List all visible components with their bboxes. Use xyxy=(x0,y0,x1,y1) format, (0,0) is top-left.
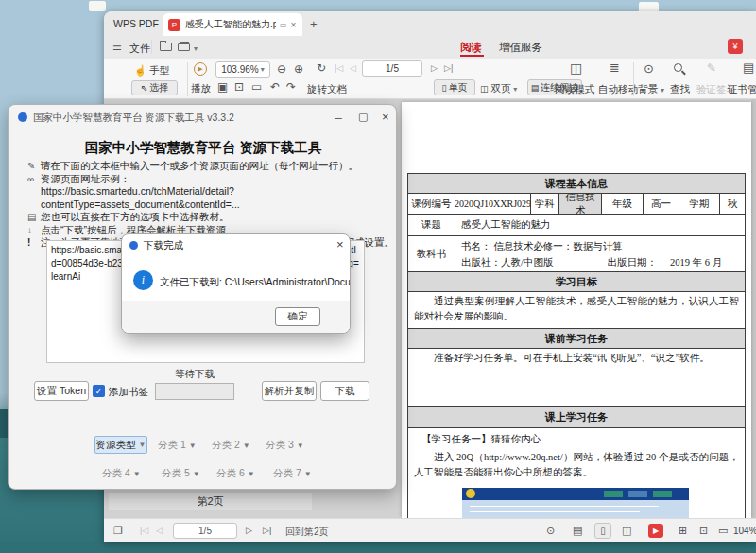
print-dropdown-icon[interactable]: ▾ xyxy=(194,44,198,53)
find-icon[interactable] xyxy=(674,63,682,72)
table-row-goal: 通过典型案例理解人工智能技术，感受人工智能的魅力，认识人工智能对社会发展的影响。 xyxy=(408,292,745,329)
bookmark-checkbox[interactable]: ✓ xyxy=(93,385,105,397)
zoom-in-icon[interactable]: ⊕ xyxy=(294,63,303,75)
document-tab-title: 感受人工智能的魅力.pdf xyxy=(185,18,276,31)
read-mode-icon[interactable]: ◫ xyxy=(570,61,582,75)
sidebar-toggle-icon[interactable]: ❐ xyxy=(113,526,123,536)
wps-statusbar: ❐ |◁ ◁ 1/5 ▷ ▷| 回到第2页 ⊙ ▤ ▯ ◫ ▶ ⊞ ⊡ ▭ 10… xyxy=(104,518,756,542)
page-number-input[interactable]: 1/5 xyxy=(362,60,422,77)
book-name: 书名： 信息技术必修一：数据与计算 xyxy=(461,238,739,254)
single-page-button[interactable]: ▯单页 xyxy=(434,79,475,95)
course-table: 课程基本信息 课例编号 2020QJ10XXRJ029 学科 信息技术 年级 高… xyxy=(407,173,746,518)
redo-rotate-icon[interactable]: ↷ xyxy=(286,81,296,93)
status-first-page-icon[interactable]: |◁ xyxy=(140,527,148,535)
status-next-page-icon[interactable]: ▷ xyxy=(246,527,252,535)
status-eye-icon[interactable]: ⊙ xyxy=(546,526,555,536)
fit-width-icon[interactable]: ▭ xyxy=(251,81,262,93)
tab-float-icon[interactable]: ▭ xyxy=(280,21,287,29)
embedded-website-screenshot xyxy=(462,488,689,518)
tool-maximize-button[interactable]: ▢ xyxy=(358,112,368,122)
url-example-line2: contentType=assets_document&contentId=..… xyxy=(41,199,240,210)
status-fit-page-icon[interactable]: ⊡ xyxy=(699,526,708,536)
background-button[interactable]: 背景 ▾ xyxy=(638,83,664,96)
instruction-line: 您也可以直接在下方的选项卡中选择教材。 xyxy=(41,211,230,222)
print-icon[interactable] xyxy=(178,43,190,51)
status-continuous-icon[interactable]: ▤ xyxy=(573,526,582,536)
tab-close-icon[interactable]: × xyxy=(291,20,297,30)
category-1-select[interactable]: 分类 1 ▼ xyxy=(158,439,197,452)
pre-text: 准备好学习任务单。可在手机上安装“讯飞听见”、“识之”软件。 xyxy=(408,349,715,368)
cell-id-label: 课例编号 xyxy=(408,194,455,214)
screen: WPS PDF P 感受人工智能的魅力.pdf ▭ × + ☰ 文件 ▾ 阅读 … xyxy=(0,0,756,553)
double-page-button[interactable]: ◫ 双页 ▾ xyxy=(480,82,517,95)
ribbon-tab-vas[interactable]: 增值服务 xyxy=(499,41,542,55)
menu-divider xyxy=(151,40,152,54)
desktop-file-icon[interactable] xyxy=(89,1,106,11)
category-4-select[interactable]: 分类 4 ▼ xyxy=(102,467,141,480)
wps-brand[interactable]: WPS PDF xyxy=(113,18,159,29)
auto-move-icon[interactable]: ≣ xyxy=(610,61,620,74)
url-fragment: https://basic.smart xyxy=(51,245,128,255)
background-eye-icon[interactable]: ⊙ xyxy=(644,62,654,75)
zoom-combo[interactable]: 103.96%▾ xyxy=(215,61,270,78)
reading-toolbar: ☝ 手型 ⇖选择 ▶ 播放 103.96%▾ ⊖ ⊕ ↻ ▣ ⊡ ▭ ↶ ↷ 旋… xyxy=(104,59,756,99)
play-label[interactable]: 播放 xyxy=(191,82,211,95)
next-page-icon[interactable]: ▷ xyxy=(431,64,438,73)
last-page-icon[interactable]: ▷| xyxy=(444,64,453,73)
select-cursor-icon: ⇖ xyxy=(141,83,148,93)
find-label[interactable]: 查找 xyxy=(670,83,690,96)
status-prev-page-icon[interactable]: ◁ xyxy=(156,527,163,535)
set-token-button[interactable]: 设置 Token xyxy=(34,381,89,401)
status-single-page-icon[interactable]: ▯ xyxy=(594,523,611,539)
ribbon-tab-reading[interactable]: 阅读 xyxy=(460,41,482,55)
resource-type-select[interactable]: 资源类型▼ xyxy=(94,436,147,454)
prev-page-icon[interactable]: ◁ xyxy=(350,64,356,73)
select-tool[interactable]: ⇖选择 xyxy=(131,80,178,95)
dialog-close-icon[interactable]: × xyxy=(336,237,344,251)
category-6-select[interactable]: 分类 6 ▼ xyxy=(216,467,255,480)
hamburger-menu-icon[interactable]: ☰ xyxy=(112,41,122,53)
pub-date-label: 出版日期： xyxy=(607,254,657,270)
fit-page-icon[interactable]: ⊡ xyxy=(234,81,244,93)
hand-tool[interactable]: ☝ 手型 xyxy=(134,64,169,78)
back-to-page-link[interactable]: 回到第2页 xyxy=(285,526,329,539)
single-page-icon: ▯ xyxy=(442,83,447,93)
ok-button[interactable]: 确定 xyxy=(275,307,320,326)
download-button[interactable]: 下载 xyxy=(320,381,369,401)
status-page-input[interactable]: 1/5 xyxy=(173,523,237,539)
file-menu[interactable]: 文件 xyxy=(129,42,150,56)
category-5-select[interactable]: 分类 5 ▼ xyxy=(162,467,200,480)
undo-rotate-icon[interactable]: ↶ xyxy=(270,81,280,93)
tool-minimize-button[interactable]: ─ xyxy=(335,113,342,124)
document-tab[interactable]: P 感受人工智能的魅力.pdf ▭ × xyxy=(163,13,302,36)
status-actual-size-icon[interactable]: ▭ xyxy=(718,526,728,536)
table-row-meta: 课例编号 2020QJ10XXRJ029 学科 信息技术 年级 高一 学期 秋 xyxy=(408,194,745,215)
cell-topic: 感受人工智能的魅力 xyxy=(455,215,745,235)
play-icon[interactable]: ▶ xyxy=(194,62,207,76)
new-tab-button[interactable]: + xyxy=(310,17,318,31)
category-2-select[interactable]: 分类 2 ▼ xyxy=(212,439,250,452)
zoom-out-icon[interactable]: ⊖ xyxy=(277,63,286,75)
status-last-page-icon[interactable]: ▷| xyxy=(263,527,271,535)
bookmark-label[interactable]: 添加书签 xyxy=(109,386,148,399)
certificate-icon[interactable]: ▤ xyxy=(743,61,754,74)
url-fragment: d=00854d3e-b236 xyxy=(51,258,128,268)
open-folder-icon[interactable] xyxy=(160,43,172,51)
category-3-select[interactable]: 分类 3 ▼ xyxy=(266,439,304,452)
vertical-scrollbar[interactable] xyxy=(751,99,756,518)
actual-size-icon[interactable]: ▣ xyxy=(217,81,228,93)
status-zoom-percent[interactable]: 104% xyxy=(733,526,756,536)
status-fit-width-icon[interactable]: ⊞ xyxy=(679,526,687,536)
category-7-select[interactable]: 分类 7 ▼ xyxy=(273,467,312,480)
parse-copy-button[interactable]: 解析并复制 xyxy=(262,381,317,401)
status-play-button[interactable]: ▶ xyxy=(648,524,663,538)
promo-icon[interactable]: ¥ xyxy=(728,39,743,54)
read-mode-label[interactable]: 阅读模式 xyxy=(555,83,594,96)
zoom-dropdown-icon[interactable]: ▾ xyxy=(261,65,265,74)
first-page-icon[interactable]: |◁ xyxy=(335,64,343,73)
certificate-label[interactable]: 证书管理 xyxy=(728,83,756,96)
tool-close-button[interactable]: × xyxy=(382,111,389,123)
status-double-page-icon[interactable]: ◫ xyxy=(622,526,631,536)
rotate-doc-label[interactable]: 旋转文档 xyxy=(307,83,347,96)
rotate-icon[interactable]: ↻ xyxy=(317,62,326,74)
